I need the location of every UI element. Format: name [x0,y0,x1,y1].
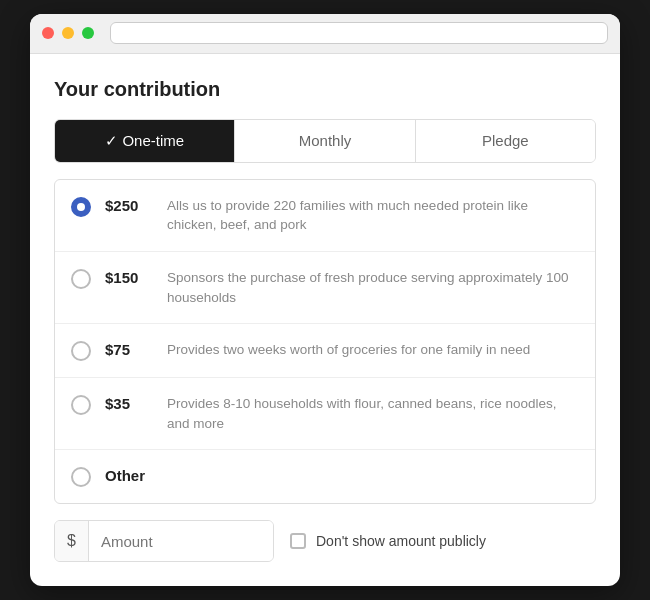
amount-row: $ Don't show amount publicly [54,520,596,562]
radio-150[interactable] [71,269,91,289]
dollar-sign: $ [55,521,89,561]
option-desc-75: Provides two weeks worth of groceries fo… [167,340,530,360]
contribution-options: $250 Alls us to provide 220 families wit… [54,179,596,504]
amount-input-wrap: $ [54,520,274,562]
page-title: Your contribution [54,78,596,101]
radio-other[interactable] [71,467,91,487]
app-window: Your contribution ✓ One-time Monthly Ple… [30,14,620,586]
radio-35[interactable] [71,395,91,415]
tab-pledge[interactable]: Pledge [416,120,595,162]
option-desc-150: Sponsors the purchase of fresh produce s… [167,268,579,307]
minimize-button[interactable] [62,27,74,39]
radio-250[interactable] [71,197,91,217]
main-content: Your contribution ✓ One-time Monthly Ple… [30,54,620,586]
dont-show-label: Don't show amount publicly [316,533,486,549]
option-label-35: $35 [105,394,153,412]
option-250[interactable]: $250 Alls us to provide 220 families wit… [55,180,595,252]
checkbox-row[interactable]: Don't show amount publicly [290,533,486,549]
radio-inner-250 [77,203,85,211]
radio-75[interactable] [71,341,91,361]
option-desc-35: Provides 8-10 households with flour, can… [167,394,579,433]
option-150[interactable]: $150 Sponsors the purchase of fresh prod… [55,252,595,324]
option-75[interactable]: $75 Provides two weeks worth of grocerie… [55,324,595,378]
option-label-250: $250 [105,196,153,214]
url-bar [110,22,608,44]
option-desc-250: Alls us to provide 220 families with muc… [167,196,579,235]
dont-show-checkbox[interactable] [290,533,306,549]
tab-one-time[interactable]: ✓ One-time [55,120,235,162]
option-label-75: $75 [105,340,153,358]
option-label-other: Other [105,466,153,484]
contribution-tabs: ✓ One-time Monthly Pledge [54,119,596,163]
tab-monthly[interactable]: Monthly [235,120,415,162]
amount-input[interactable] [89,521,274,561]
option-other[interactable]: Other [55,450,595,503]
option-35[interactable]: $35 Provides 8-10 households with flour,… [55,378,595,450]
titlebar [30,14,620,54]
option-label-150: $150 [105,268,153,286]
maximize-button[interactable] [82,27,94,39]
close-button[interactable] [42,27,54,39]
